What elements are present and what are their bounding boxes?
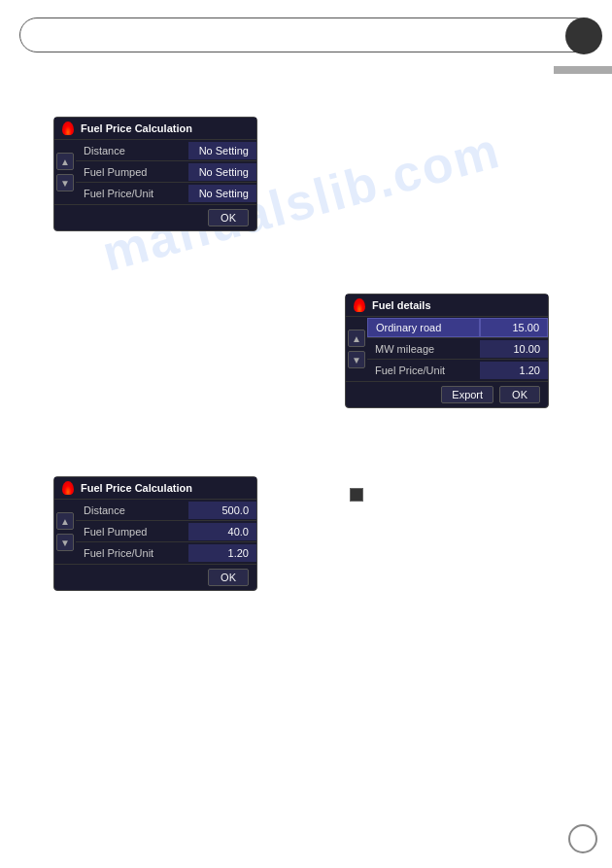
- panel2-row-0: Ordinary road 15.00: [367, 317, 548, 338]
- panel1-row-1-label: Fuel Pumped: [76, 163, 188, 181]
- panel1-row-0: Distance No Setting: [76, 140, 256, 161]
- panel3-down-button[interactable]: ▼: [56, 534, 74, 551]
- panel3-up-button[interactable]: ▲: [56, 512, 74, 530]
- panel3-row-1-label: Fuel Pumped: [76, 523, 188, 540]
- panel1-row-0-label: Distance: [76, 142, 188, 159]
- panel2-nav: ▲ ▼: [346, 317, 367, 381]
- panel2-footer: Export OK: [346, 381, 548, 407]
- small-square-icon: [350, 488, 363, 502]
- panel2-title: Fuel details: [346, 295, 548, 317]
- panel3-row-2-label: Fuel Price/Unit: [76, 544, 188, 562]
- panel1-row-1: Fuel Pumped No Setting: [76, 161, 256, 183]
- panel3-row-1: Fuel Pumped 40.0: [76, 521, 256, 542]
- panel1-row-2-label: Fuel Price/Unit: [76, 185, 188, 202]
- panel3-title-text: Fuel Price Calculation: [81, 482, 192, 494]
- panel3-row-1-value: 40.0: [188, 523, 256, 540]
- panel2-row-2-label: Fuel Price/Unit: [367, 362, 480, 379]
- fuel-details-panel: Fuel details ▲ ▼ Ordinary road 15.00 MW …: [345, 294, 549, 408]
- panel1-nav: ▲ ▼: [54, 140, 76, 204]
- panel2-row-1-label: MW mileage: [367, 340, 480, 358]
- panel3-row-2: Fuel Price/Unit 1.20: [76, 542, 256, 564]
- top-bar: [19, 17, 593, 52]
- panel1-title: Fuel Price Calculation: [54, 118, 256, 140]
- panel3-row-0-label: Distance: [76, 502, 188, 519]
- panel2-row-0-value: 15.00: [480, 318, 548, 337]
- panel2-down-button[interactable]: ▼: [348, 351, 365, 368]
- panel2-row-2: Fuel Price/Unit 1.20: [367, 360, 548, 381]
- panel2-row-2-value: 1.20: [480, 362, 548, 379]
- panel1-rows: Distance No Setting Fuel Pumped No Setti…: [76, 140, 256, 204]
- top-bar-button[interactable]: [565, 17, 602, 54]
- panel3-row-2-value: 1.20: [188, 544, 256, 562]
- panel3-title: Fuel Price Calculation: [54, 477, 256, 500]
- panel2-up-button[interactable]: ▲: [348, 330, 365, 347]
- fuel-price-panel-1: Fuel Price Calculation ▲ ▼ Distance No S…: [53, 117, 257, 231]
- panel1-row-2: Fuel Price/Unit No Setting: [76, 183, 256, 204]
- flame-icon-3: [62, 481, 76, 495]
- panel2-row-1-value: 10.00: [480, 340, 548, 358]
- gray-bar: [554, 66, 612, 74]
- panel2-export-button[interactable]: Export: [441, 386, 493, 403]
- panel1-row-2-value: No Setting: [188, 185, 256, 202]
- panel3-row-0-value: 500.0: [188, 502, 256, 519]
- panel3-nav: ▲ ▼: [54, 500, 76, 564]
- panel1-title-text: Fuel Price Calculation: [81, 122, 192, 134]
- panel1-footer: OK: [54, 204, 256, 230]
- flame-icon-1: [62, 122, 76, 135]
- panel1-row-0-value: No Setting: [188, 142, 256, 159]
- panel2-title-text: Fuel details: [372, 299, 431, 311]
- panel3-ok-button[interactable]: OK: [208, 569, 249, 586]
- flame-icon-2: [354, 298, 367, 312]
- panel1-down-button[interactable]: ▼: [56, 174, 74, 191]
- panel3-rows: Distance 500.0 Fuel Pumped 40.0 Fuel Pri…: [76, 500, 256, 564]
- panel1-row-1-value: No Setting: [188, 163, 256, 181]
- panel2-ok-button[interactable]: OK: [499, 386, 540, 403]
- fuel-price-panel-2: Fuel Price Calculation ▲ ▼ Distance 500.…: [53, 476, 257, 591]
- panel2-rows: Ordinary road 15.00 MW mileage 10.00 Fue…: [367, 317, 548, 381]
- panel1-up-button[interactable]: ▲: [56, 153, 74, 170]
- panel3-footer: OK: [54, 564, 256, 590]
- panel2-row-1: MW mileage 10.00: [367, 338, 548, 360]
- panel3-row-0: Distance 500.0: [76, 500, 256, 521]
- panel2-row-0-label: Ordinary road: [367, 318, 480, 337]
- bottom-circle: [568, 824, 597, 853]
- panel1-ok-button[interactable]: OK: [208, 209, 249, 226]
